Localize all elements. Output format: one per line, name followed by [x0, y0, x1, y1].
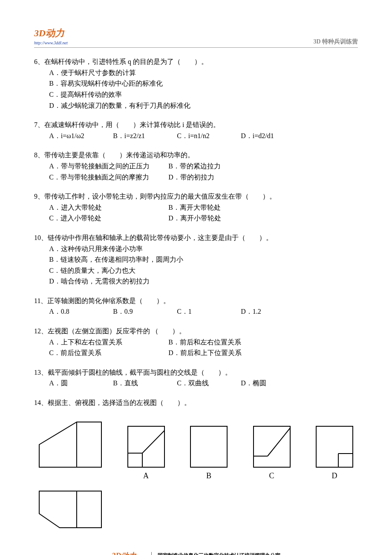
svg-marker-0	[39, 422, 101, 467]
question-13: 13、截平面倾斜于圆柱的轴线，截平面与圆柱的交线是（ ）。 A．圆 B．直线 C…	[34, 367, 358, 389]
footer-divider	[151, 552, 152, 555]
q12-option-c: C．前后位置关系	[49, 347, 168, 358]
top-view-drawing	[38, 490, 102, 529]
q11-stem: 11、正等轴测图的简化伸缩系数是（ ）。	[34, 295, 358, 306]
q8-option-d: D．带的初拉力	[168, 172, 358, 183]
question-6: 6、在蜗杆传动中，引进特性系 q 的目的是为了（ ）。 A．便于蜗杆尺寸参数的计…	[34, 56, 358, 111]
q9-option-a: A．进入大带轮处	[49, 202, 168, 213]
svg-rect-6	[190, 426, 227, 467]
q6-option-d: D．减少蜗轮滚刀的数量，有利于刀具的标准化	[49, 100, 358, 111]
footer-logo-3d: 3D	[112, 552, 121, 555]
q8-option-a: A．带与带轮接触面之间的正压力	[49, 161, 168, 172]
q14-label-d: D	[332, 470, 337, 482]
q10-option-c: C．链的质量大，离心力也大	[49, 265, 358, 276]
q14-option-c-figure: C	[253, 425, 291, 482]
option-a-drawing	[127, 425, 165, 468]
q11-option-a: A．0.8	[49, 306, 113, 317]
q14-front-view	[38, 421, 102, 482]
svg-line-9	[268, 428, 290, 456]
q9-option-d: D．离开小带轮处	[168, 213, 358, 224]
q8-stem: 8、带传动主要是依靠（ ）来传递运动和功率的。	[34, 150, 358, 161]
q14-option-d-figure: D	[315, 425, 354, 482]
q9-option-b: B．离开大带轮处	[168, 202, 358, 213]
question-9: 9、带传动工作时，设小带轮主动，则带内拉应力的最大值应发生在带（ ）。 A．进入…	[34, 191, 358, 224]
footer-text: 国家制造业信息化三位数字化技术认证培训管理办公室 全国 3D-CAD-VR 技术…	[158, 552, 280, 555]
q14-stem: 14、根据主、俯视图，选择适当的左视图（ ）。	[34, 397, 358, 408]
q11-option-c: C．1	[177, 306, 241, 317]
q14-option-a-figure: A	[127, 425, 165, 482]
logo-url: http://www.3ddl.net	[34, 40, 68, 46]
q7-stem: 7、在减速蜗杆传动中，用（ ）来计算传动比 i 是错误的。	[34, 119, 358, 130]
footer-logo: 3D动力 http://www.3ddl.net	[112, 550, 145, 555]
question-8: 8、带传动主要是依靠（ ）来传递运动和功率的。 A．带与带轮接触面之间的正压力 …	[34, 150, 358, 182]
q6-option-a: A．便于蜗杆尺寸参数的计算	[49, 67, 358, 78]
question-11: 11、正等轴测图的简化伸缩系数是（ ）。 A．0.8 B．0.9 C．1 D．1…	[34, 295, 358, 317]
q6-stem: 6、在蜗杆传动中，引进特性系 q 的目的是为了（ ）。	[34, 56, 358, 67]
q6-option-b: B．容易实现蜗杆传动中心距的标准化	[49, 78, 358, 89]
svg-rect-10	[316, 426, 353, 467]
q14-option-b-figure: B	[190, 425, 228, 482]
q13-stem: 13、截平面倾斜于圆柱的轴线，截平面与圆柱的交线是（ ）。	[34, 367, 358, 378]
q11-option-b: B．0.9	[113, 306, 177, 317]
logo-3d-text: 3D	[34, 28, 46, 38]
option-d-drawing	[315, 425, 354, 468]
svg-rect-2	[128, 426, 164, 467]
q9-option-c: C．进入小带轮处	[49, 213, 168, 224]
q7-option-d: D．i=d2/d1	[241, 130, 305, 142]
q7-option-b: B．i=z2/z1	[113, 130, 177, 142]
q14-label-b: B	[206, 470, 211, 482]
q6-option-c: C．提高蜗杆传动的效率	[49, 89, 358, 100]
q8-option-b: B．带的紧边拉力	[168, 161, 358, 172]
front-view-drawing	[38, 421, 102, 468]
q13-option-b: B．直线	[113, 378, 177, 389]
option-c-drawing	[253, 425, 291, 468]
svg-line-5	[142, 431, 164, 453]
q12-option-b: B．前后和左右位置关系	[168, 337, 358, 348]
q7-option-c: C．i=n1/n2	[177, 130, 241, 142]
q13-option-d: D．椭圆	[241, 378, 305, 389]
q12-stem: 12、左视图（左侧立面图）反应零件的 （ ）。	[34, 326, 358, 337]
q14-label-a: A	[143, 470, 149, 482]
logo-dongli-text: 动力	[46, 28, 64, 38]
q13-option-a: A．圆	[49, 378, 113, 389]
q8-option-c: C．带与带轮接触面之间的摩擦力	[49, 172, 168, 183]
footer-logo-dongli: 动力	[121, 552, 136, 555]
q7-option-a: A．i=ω1/ω2	[49, 130, 113, 142]
svg-marker-13	[39, 491, 101, 528]
question-7: 7、在减速蜗杆传动中，用（ ）来计算传动比 i 是错误的。 A．i=ω1/ω2 …	[34, 119, 358, 141]
page-header: 3D动力 http://www.3ddl.net 3D 特种兵训练营	[34, 26, 358, 48]
q11-option-d: D．1.2	[241, 306, 305, 317]
question-14: 14、根据主、俯视图，选择适当的左视图（ ）。	[34, 397, 358, 408]
q10-option-a: A．这种传动只用来传递小功率	[49, 243, 358, 254]
q9-stem: 9、带传动工作时，设小带轮主动，则带内拉应力的最大值应发生在带（ ）。	[34, 191, 358, 202]
q14-top-view-row	[34, 490, 358, 529]
q12-option-d: D．前后和上下位置关系	[168, 347, 358, 358]
q10-option-b: B．链速较高，在传递相同功率时，圆周力小	[49, 254, 358, 265]
header-right-text: 3D 特种兵训练营	[313, 37, 358, 46]
q10-option-d: D．啮合传动，无需很大的初拉力	[49, 276, 358, 287]
option-b-drawing	[190, 425, 228, 468]
question-10: 10、链传动中作用在轴和轴承上的载荷比带传动要小，这主要是由于（ ）。 A．这种…	[34, 232, 358, 287]
q10-stem: 10、链传动中作用在轴和轴承上的载荷比带传动要小，这主要是由于（ ）。	[34, 232, 358, 243]
footer-line1: 国家制造业信息化三位数字化技术认证培训管理办公室	[158, 552, 280, 555]
svg-rect-7	[254, 426, 290, 467]
q13-option-c: C．双曲线	[177, 378, 241, 389]
q14-label-c: C	[269, 470, 274, 482]
q14-figures-row: A B C D	[34, 421, 358, 482]
page-footer: 3D动力 http://www.3ddl.net 国家制造业信息化三位数字化技术…	[34, 550, 358, 555]
q12-option-a: A．上下和左右位置关系	[49, 337, 168, 348]
header-logo: 3D动力 http://www.3ddl.net	[34, 26, 68, 46]
question-12: 12、左视图（左侧立面图）反应零件的 （ ）。 A．上下和左右位置关系 B．前后…	[34, 326, 358, 358]
